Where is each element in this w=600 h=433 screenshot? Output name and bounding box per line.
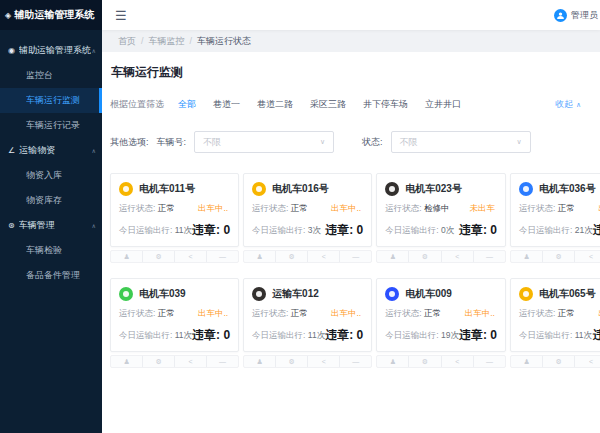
trips-label: 今日运输出行: [519, 225, 572, 235]
gear-icon[interactable]: ⚙ [275, 251, 307, 262]
location-option-5[interactable]: 立井井口 [425, 98, 461, 111]
status-label: 运行状态: [119, 308, 155, 318]
person-icon[interactable]: ♟ [377, 356, 408, 367]
dashboard-icon: ◉ [8, 46, 15, 55]
location-options: 全部巷道一巷道二路采区三路井下停车场立井井口 [178, 98, 478, 111]
card-actions-bar: ♟ ⚙ < — [243, 250, 372, 263]
card-actions-bar: ♟ ⚙ < — [110, 355, 239, 368]
share-icon[interactable]: < [307, 251, 339, 262]
person-icon[interactable]: ♟ [377, 251, 408, 262]
status-label: 运行状态: [385, 203, 421, 213]
card-actions-bar: ♟ ⚙ < — [510, 355, 600, 368]
gear-icon[interactable]: ⚙ [542, 356, 574, 367]
gear-icon[interactable]: ⚙ [275, 356, 307, 367]
sidebar-item-9[interactable]: 备品备件管理 [0, 263, 102, 288]
violation-label: 违章: [593, 328, 600, 342]
collapse-link[interactable]: 收起 ∧ [555, 98, 581, 111]
location-option-3[interactable]: 采区三路 [310, 98, 346, 111]
violation-value: 0 [490, 223, 497, 237]
person-icon[interactable]: ♟ [111, 251, 142, 262]
vehicle-card[interactable]: 电机车023号 运行状态: 检修中 未出车 今日运输出行: 0次 违章: 0 [376, 173, 506, 247]
gear-icon[interactable]: ⚙ [142, 251, 174, 262]
vehicle-card[interactable]: 电机车016号 运行状态: 正常 出车中.. 今日运输出行: 3次 违章: 0 [243, 173, 372, 247]
share-icon[interactable]: < [574, 251, 600, 262]
vehicle-avatar-icon [385, 182, 399, 196]
goods-icon: ∠ [8, 146, 15, 155]
hamburger-menu-icon[interactable]: ☰ [115, 9, 127, 22]
gear-icon[interactable]: ⚙ [142, 356, 174, 367]
vehicle-card[interactable]: 电机车036号 运行状态: 正常 出车中.. 今日运输出行: 21次 违章: 1 [510, 173, 600, 247]
status-label: 运行状态: [519, 203, 555, 213]
vehicle-no-select[interactable]: 不限 ∨ [194, 131, 334, 153]
user-avatar-icon [554, 9, 567, 22]
sidebar-item-1[interactable]: 监控台 [0, 63, 102, 88]
status-value: 正常 [558, 308, 575, 318]
more-icon[interactable]: — [339, 356, 371, 367]
trips-value: 19次 [441, 330, 459, 340]
other-options-label: 其他选项: [110, 136, 149, 149]
more-icon[interactable]: — [473, 251, 505, 262]
sidebar-item-6[interactable]: 物资库存 [0, 188, 102, 213]
vehicle-name: 电机车009 [405, 287, 452, 301]
sidebar-item-0[interactable]: ◉ 辅助运输管理系统 ∧ [0, 38, 102, 63]
sidebar-menu: ◉ 辅助运输管理系统 ∧ 监控台 车辆运行监测 车辆运行记录 ∠ 运输物资 ∧ … [0, 30, 102, 288]
share-icon[interactable]: < [174, 251, 206, 262]
user-menu[interactable]: 管理员 [554, 9, 600, 22]
person-icon[interactable]: ♟ [244, 251, 275, 262]
more-icon[interactable]: — [339, 251, 371, 262]
person-icon[interactable]: ♟ [511, 251, 542, 262]
person-icon[interactable]: ♟ [511, 356, 542, 367]
gear-icon[interactable]: ⚙ [542, 251, 574, 262]
card-actions-bar: ♟ ⚙ < — [376, 355, 506, 368]
share-icon[interactable]: < [441, 251, 473, 262]
sidebar-item-5[interactable]: 物资入库 [0, 163, 102, 188]
trips-label: 今日运输出行: [119, 330, 172, 340]
vehicle-avatar-icon [119, 182, 133, 196]
location-filter-row: 根据位置筛选 全部巷道一巷道二路采区三路井下停车场立井井口 收起 ∧ [110, 98, 593, 111]
location-option-2[interactable]: 巷道二路 [257, 98, 293, 111]
vehicle-card[interactable]: 电机车009 运行状态: 正常 出车中.. 今日运输出行: 19次 违章: 0 [376, 278, 506, 352]
gear-icon[interactable]: ⚙ [408, 356, 440, 367]
location-option-1[interactable]: 巷道一 [213, 98, 240, 111]
vehicle-card[interactable]: 电机车065号 运行状态: 正常 出车中.. 今日运输出行: 11次 违章: 0 [510, 278, 600, 352]
person-icon[interactable]: ♟ [111, 356, 142, 367]
dispatch-status-tag: 出车中.. [331, 308, 361, 320]
status-label: 运行状态: [519, 308, 555, 318]
violation-value: 0 [490, 328, 497, 342]
status-label: 状态: [362, 136, 383, 149]
breadcrumb-vehicle-monitor[interactable]: 车辆监控 [149, 35, 185, 48]
trips-label: 今日运输出行: [252, 225, 305, 235]
status-select[interactable]: 不限 ∨ [391, 131, 531, 153]
violation-label: 违章: [593, 223, 600, 237]
location-option-4[interactable]: 井下停车场 [363, 98, 408, 111]
vehicle-card[interactable]: 电机车039 运行状态: 正常 出车中.. 今日运输出行: 11次 违章: 0 [110, 278, 239, 352]
sidebar-item-7[interactable]: ⊛ 车辆管理 ∧ [0, 213, 102, 238]
person-icon[interactable]: ♟ [244, 356, 275, 367]
trips-label: 今日运输出行: [385, 330, 438, 340]
breadcrumb-home[interactable]: 首页 [118, 35, 136, 48]
share-icon[interactable]: < [574, 356, 600, 367]
vehicle-card[interactable]: 运输车012 运行状态: 正常 出车中.. 今日运输出行: 11次 违章: 0 [243, 278, 372, 352]
sidebar-item-8[interactable]: 车辆检验 [0, 238, 102, 263]
sidebar-item-4[interactable]: ∠ 运输物资 ∧ [0, 138, 102, 163]
share-icon[interactable]: < [441, 356, 473, 367]
more-icon[interactable]: — [206, 251, 238, 262]
sidebar-item-2[interactable]: 车辆运行监测 [0, 88, 102, 113]
dispatch-status-tag: 出车中.. [198, 203, 228, 215]
app-logo-icon: ◈ [5, 11, 11, 20]
location-option-0[interactable]: 全部 [178, 98, 196, 111]
more-icon[interactable]: — [206, 356, 238, 367]
vehicle-card[interactable]: 电机车011号 运行状态: 正常 出车中.. 今日运输出行: 11次 违章: 0 [110, 173, 239, 247]
gear-icon[interactable]: ⚙ [408, 251, 440, 262]
sidebar-item-3[interactable]: 车辆运行记录 [0, 113, 102, 138]
more-icon[interactable]: — [473, 356, 505, 367]
violation-label: 违章: [459, 223, 487, 237]
share-icon[interactable]: < [307, 356, 339, 367]
chevron-down-icon: ∨ [516, 138, 521, 146]
dispatch-status-tag: 未出车 [469, 203, 495, 215]
breadcrumb: 首页 / 车辆监控 / 车辆运行状态 [102, 30, 600, 52]
status-value: 正常 [291, 308, 308, 318]
vehicle-name: 电机车039 [139, 287, 186, 301]
vehicle-name: 电机车023号 [405, 182, 462, 196]
share-icon[interactable]: < [174, 356, 206, 367]
